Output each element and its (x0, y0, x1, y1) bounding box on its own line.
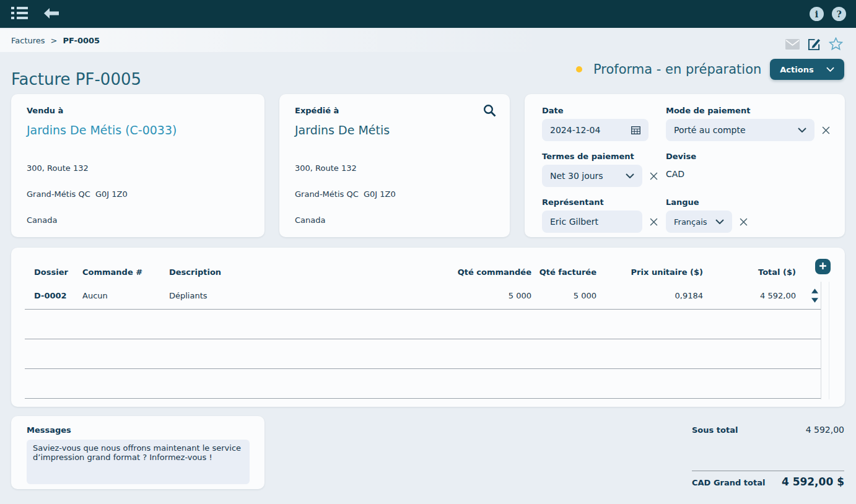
email-button[interactable] (784, 38, 801, 53)
page-title: Facture PF-0005 (11, 70, 141, 89)
table-header-row: Dossier Commande # Description Qté comma… (25, 248, 821, 282)
col-total: Total ($) (703, 267, 796, 277)
col-description: Description (169, 267, 451, 277)
ship-to-label: Expédié à (295, 106, 494, 115)
invoice-details-card: Date 2024-12-04 Mode de paiement Por (525, 94, 845, 237)
cell-description: Dépliants (169, 291, 451, 300)
currency-value: CAD (666, 169, 845, 179)
cell-qte-facturee: 5 000 (531, 291, 596, 300)
currency-label: Devise (666, 152, 845, 161)
sold-to-card: Vendu à Jardins De Métis (C-0033) 300, R… (11, 94, 264, 237)
cell-commande: Aucun (82, 291, 169, 300)
language-value: Français (674, 217, 707, 227)
col-dossier: Dossier (25, 267, 82, 277)
totals-divider (692, 471, 844, 471)
chevron-down-icon (826, 67, 834, 72)
sold-to-address: 300, Route 132 Grand-Métis QC G0J 1Z0 Ca… (27, 147, 249, 242)
table-scroll-track[interactable] (829, 282, 829, 399)
move-row-up-button[interactable] (811, 289, 818, 293)
address-line: 300, Route 132 (27, 164, 249, 173)
clear-payment-mode-button[interactable] (822, 126, 830, 134)
top-bar: i ? (0, 0, 856, 28)
grand-total-value: 4 592,00 $ (782, 476, 844, 488)
address-line: Grand-Métis QC G0J 1Z0 (295, 190, 494, 199)
terms-label: Termes de paiement (542, 152, 666, 161)
payment-terms-value: Net 30 jours (550, 171, 603, 181)
payment-mode-value: Porté au compte (674, 125, 746, 135)
search-icon (483, 110, 496, 119)
language-select[interactable]: Français (666, 211, 732, 233)
messages-textarea[interactable]: Saviez-vous que nous offrons maintenant … (27, 440, 250, 484)
date-field[interactable]: 2024-12-04 (542, 119, 649, 141)
clear-representative-button[interactable] (650, 218, 658, 226)
line-items-table: Dossier Commande # Description Qté comma… (25, 248, 821, 399)
ship-to-card: Expédié à Jardins De Métis 300, Route 13… (279, 94, 510, 237)
customer-link[interactable]: Jardins De Métis (C-0033) (27, 123, 177, 137)
chevron-down-icon (798, 128, 806, 133)
breadcrumb-factures-link[interactable]: Factures (11, 36, 45, 45)
payment-mode-label: Mode de paiement (666, 106, 845, 115)
close-icon (650, 218, 658, 226)
actions-button[interactable]: Actions (770, 59, 844, 80)
representative-field[interactable]: Eric Gilbert (542, 211, 642, 233)
date-value: 2024-12-04 (550, 125, 600, 135)
subtotal-row: Sous total 4 592,00 (692, 425, 844, 435)
address-line: Grand-Métis QC G0J 1Z0 (27, 190, 249, 199)
envelope-icon (785, 39, 800, 51)
language-label: Langue (666, 198, 845, 207)
breadcrumb-current: PF-0005 (63, 36, 100, 45)
breadcrumb: Factures > PF-0005 (11, 36, 100, 45)
breadcrumb-separator: > (51, 36, 58, 45)
favorite-button[interactable] (828, 36, 844, 54)
line-items-card: Dossier Commande # Description Qté comma… (11, 248, 845, 407)
search-address-button[interactable] (483, 104, 496, 119)
payment-terms-select[interactable]: Net 30 jours (542, 165, 642, 187)
subtotal-label: Sous total (692, 425, 738, 435)
close-icon (740, 218, 748, 226)
grand-total-row: CAD Grand total 4 592,00 $ (692, 476, 844, 488)
help-button[interactable]: ? (832, 7, 846, 21)
chevron-down-icon (715, 219, 724, 224)
payment-mode-select[interactable]: Porté au compte (666, 119, 815, 141)
document-actions (784, 36, 844, 54)
calendar-icon (631, 126, 640, 134)
col-qte-commandee: Qté commandée (451, 267, 531, 277)
table-row[interactable]: D-0002 Aucun Dépliants 5 000 5 000 0,918… (25, 282, 821, 310)
help-icon: ? (836, 10, 841, 19)
messages-label: Messages (27, 425, 249, 435)
back-button[interactable] (43, 7, 60, 22)
table-right-border (821, 282, 821, 399)
triangle-down-icon (811, 298, 818, 303)
close-icon (822, 126, 830, 134)
subtotal-value: 4 592,00 (806, 425, 844, 435)
edit-icon (808, 38, 821, 53)
menu-button[interactable] (10, 5, 29, 23)
col-prix-unitaire: Prix unitaire ($) (596, 267, 703, 277)
actions-button-label: Actions (780, 65, 813, 74)
messages-card: Messages Saviez-vous que nous offrons ma… (11, 416, 264, 489)
back-arrow-icon (44, 8, 59, 20)
ship-to-name: Jardins De Métis (295, 123, 494, 137)
chevron-down-icon (626, 173, 634, 178)
clear-terms-button[interactable] (650, 172, 658, 180)
sold-to-label: Vendu à (27, 106, 249, 115)
col-commande: Commande # (82, 267, 169, 277)
status-indicator: Proforma - en préparation (576, 62, 761, 77)
cell-prix-unitaire: 0,9184 (596, 291, 703, 300)
edit-document-button[interactable] (806, 37, 822, 54)
status-label: Proforma - en préparation (593, 62, 761, 77)
cell-dossier: D-0002 (25, 291, 82, 300)
empty-table-row (25, 369, 821, 399)
cell-qte-commandee: 5 000 (451, 291, 531, 300)
grand-total-label: CAD Grand total (692, 478, 765, 487)
info-button[interactable]: i (810, 7, 824, 21)
empty-table-row (25, 310, 821, 339)
cell-total: 4 592,00 (703, 291, 796, 300)
empty-table-row (25, 339, 821, 369)
address-line: Canada (295, 216, 494, 225)
move-row-down-button[interactable] (811, 298, 818, 303)
representative-label: Représentant (542, 198, 666, 207)
close-icon (650, 172, 658, 180)
star-icon (829, 37, 843, 53)
clear-language-button[interactable] (740, 218, 748, 226)
